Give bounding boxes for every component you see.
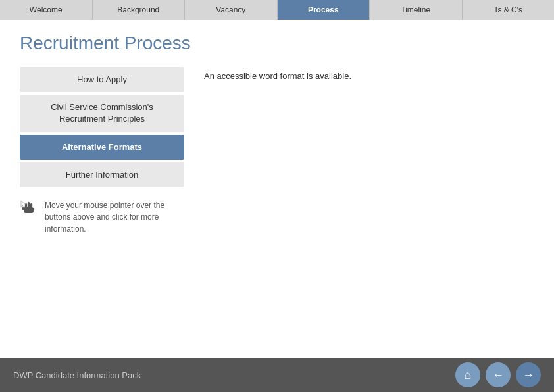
hint-text: Move your mouse pointer over the buttons…: [45, 199, 184, 235]
right-panel: An accessible word format is available.: [204, 67, 534, 235]
mouse-icon: [20, 199, 38, 220]
back-button[interactable]: ←: [486, 362, 511, 387]
page-title: Recruitment Process: [20, 33, 534, 54]
hint-area: Move your mouse pointer over the buttons…: [20, 199, 184, 235]
nav-tab-welcome[interactable]: Welcome: [0, 0, 93, 20]
top-nav: WelcomeBackgroundVacancyProcessTimelineT…: [0, 0, 554, 20]
sidebar-btn-alternative-formats[interactable]: Alternative Formats: [20, 135, 184, 160]
sidebar-btn-civil-service-commission-s-rec[interactable]: Civil Service Commission's Recruitment P…: [20, 95, 184, 132]
nav-tab-process[interactable]: Process: [278, 0, 370, 20]
nav-tab-vacancy[interactable]: Vacancy: [185, 0, 278, 20]
footer-nav: ⌂ ← →: [455, 362, 541, 387]
main-content: Recruitment Process How to ApplyCivil Se…: [0, 20, 554, 358]
sidebar: How to ApplyCivil Service Commission's R…: [20, 67, 184, 235]
content-area: How to ApplyCivil Service Commission's R…: [20, 67, 534, 235]
footer-label: DWP Candidate Information Pack: [13, 370, 141, 380]
nav-tab-ts---c-s[interactable]: Ts & C's: [463, 0, 555, 20]
home-button[interactable]: ⌂: [455, 362, 480, 387]
svg-rect-3: [24, 207, 34, 213]
sidebar-btn-further-information[interactable]: Further Information: [20, 162, 184, 187]
footer: DWP Candidate Information Pack ⌂ ← →: [0, 358, 554, 392]
forward-button[interactable]: →: [516, 362, 541, 387]
sidebar-btn-how-to-apply[interactable]: How to Apply: [20, 67, 184, 92]
nav-tab-background[interactable]: Background: [93, 0, 186, 20]
content-text: An accessible word format is available.: [204, 71, 534, 81]
nav-tab-timeline[interactable]: Timeline: [370, 0, 463, 20]
